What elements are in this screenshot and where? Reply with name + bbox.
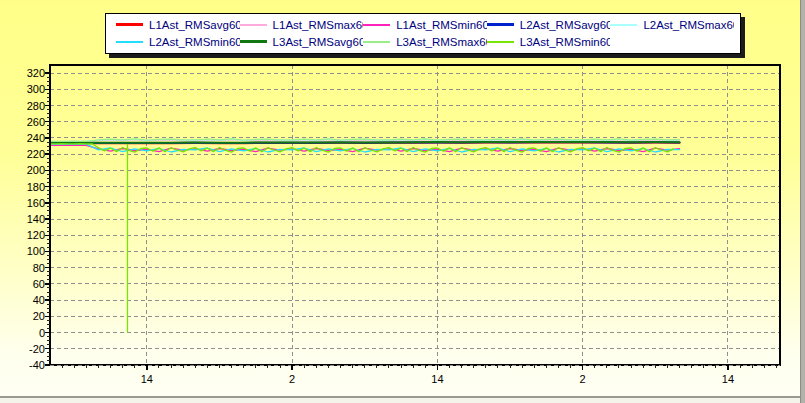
y-tick-label: 120 [2, 229, 45, 241]
y-tick-label: -40 [2, 359, 45, 371]
x-tick-label: 14 [712, 373, 744, 385]
x-tick-label: 14 [131, 373, 163, 385]
y-tick-label: 300 [2, 83, 45, 95]
chart-window: L1Ast_RMSavg60sL1Ast_RMSmax60sL1Ast_RMSm… [0, 0, 805, 403]
y-tick-label: 180 [2, 181, 45, 193]
plot-svg[interactable] [0, 0, 805, 403]
y-tick-label: 80 [2, 262, 45, 274]
x-tick-label: 14 [421, 373, 453, 385]
y-tick-label: 260 [2, 116, 45, 128]
y-tick-label: 160 [2, 197, 45, 209]
y-tick-label: 220 [2, 148, 45, 160]
y-tick-label: 40 [2, 294, 45, 306]
y-tick-label: 20 [2, 310, 45, 322]
y-tick-label: 200 [2, 164, 45, 176]
y-tick-label: 0 [2, 327, 45, 339]
y-tick-label: 240 [2, 132, 45, 144]
window-bottom-border [0, 396, 805, 403]
y-tick-label: 280 [2, 100, 45, 112]
y-tick-label: 140 [2, 213, 45, 225]
x-tick-label: 2 [276, 373, 308, 385]
y-tick-label: 320 [2, 67, 45, 79]
window-right-border [800, 0, 805, 403]
y-tick-label: 100 [2, 245, 45, 257]
y-tick-label: -20 [2, 343, 45, 355]
y-tick-label: 60 [2, 278, 45, 290]
x-tick-label: 2 [567, 373, 599, 385]
